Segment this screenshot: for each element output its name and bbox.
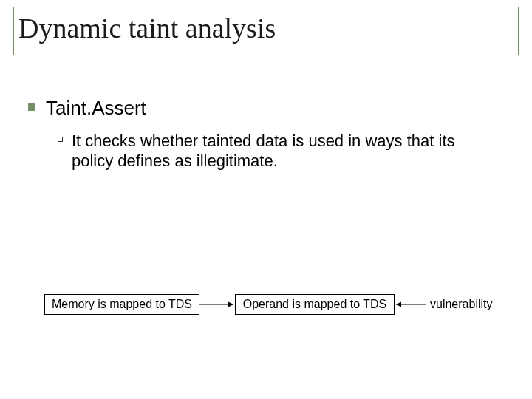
bullet-level-1-text: Taint.Assert — [46, 96, 146, 120]
slide: Dynamic taint analysis Taint.Assert It c… — [0, 0, 532, 399]
bullet-level-2: It checks whether tainted data is used i… — [58, 131, 508, 171]
slide-body: Taint.Assert It checks whether tainted d… — [28, 96, 508, 171]
diagram-box-operand: Operand is mapped to TDS — [235, 294, 395, 315]
diagram-box-memory: Memory is mapped to TDS — [44, 294, 200, 315]
diagram-label-vulnerability: vulnerability — [430, 298, 492, 311]
diagram: Memory is mapped to TDS Operand is mappe… — [0, 0, 532, 399]
hollow-square-bullet-icon — [58, 137, 63, 142]
slide-title: Dynamic taint analysis — [18, 13, 518, 44]
square-bullet-icon — [28, 103, 35, 111]
title-container: Dynamic taint analysis — [13, 7, 519, 55]
bullet-level-1: Taint.Assert — [28, 96, 508, 120]
bullet-level-2-text: It checks whether tainted data is used i… — [72, 131, 485, 171]
diagram-arrows — [0, 0, 532, 399]
